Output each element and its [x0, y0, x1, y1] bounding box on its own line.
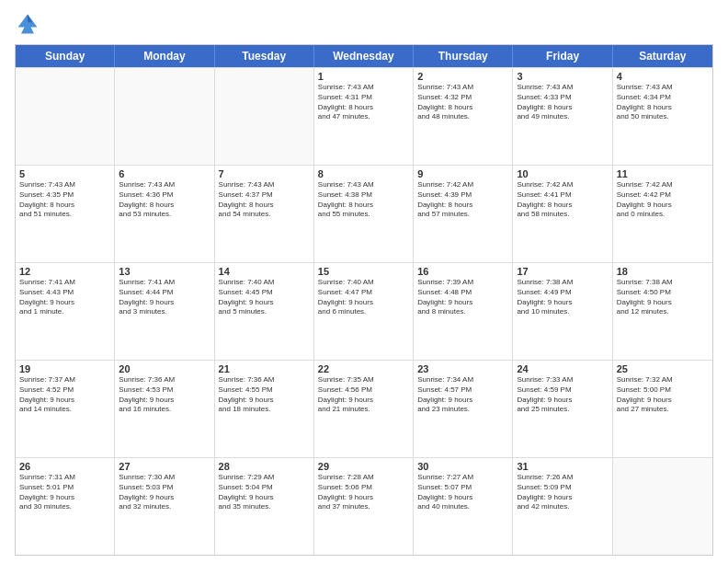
day-info: Sunrise: 7:41 AM Sunset: 4:44 PM Dayligh…: [119, 278, 210, 317]
day-info: Sunrise: 7:43 AM Sunset: 4:34 PM Dayligh…: [617, 83, 709, 122]
day-number: 4: [617, 71, 709, 82]
day-number: 23: [417, 363, 508, 374]
calendar-day-8: 8Sunrise: 7:43 AM Sunset: 4:38 PM Daylig…: [314, 166, 414, 262]
day-number: 3: [517, 71, 608, 82]
day-info: Sunrise: 7:43 AM Sunset: 4:35 PM Dayligh…: [19, 180, 110, 220]
calendar-day-13: 13Sunrise: 7:41 AM Sunset: 4:44 PM Dayli…: [115, 263, 214, 360]
header-day-tuesday: Tuesday: [215, 45, 314, 67]
day-number: 25: [617, 363, 709, 374]
day-number: 6: [119, 168, 210, 179]
logo: [15, 11, 44, 37]
day-number: 31: [517, 461, 608, 472]
day-number: 5: [19, 168, 110, 179]
day-info: Sunrise: 7:38 AM Sunset: 4:49 PM Dayligh…: [517, 278, 608, 317]
day-info: Sunrise: 7:37 AM Sunset: 4:52 PM Dayligh…: [19, 375, 110, 415]
calendar-day-6: 6Sunrise: 7:43 AM Sunset: 4:36 PM Daylig…: [115, 166, 214, 262]
calendar-body: 1Sunrise: 7:43 AM Sunset: 4:31 PM Daylig…: [16, 67, 712, 555]
day-number: 27: [119, 461, 210, 472]
header-day-sunday: Sunday: [16, 45, 115, 67]
calendar-week-1: 1Sunrise: 7:43 AM Sunset: 4:31 PM Daylig…: [16, 67, 712, 165]
day-number: 16: [417, 266, 508, 277]
day-info: Sunrise: 7:43 AM Sunset: 4:32 PM Dayligh…: [417, 83, 508, 122]
header-day-wednesday: Wednesday: [314, 45, 414, 67]
day-number: 17: [517, 266, 608, 277]
day-info: Sunrise: 7:43 AM Sunset: 4:31 PM Dayligh…: [318, 83, 409, 122]
calendar-day-2: 2Sunrise: 7:43 AM Sunset: 4:32 PM Daylig…: [414, 68, 513, 165]
calendar-empty-cell: [16, 68, 115, 165]
calendar-day-19: 19Sunrise: 7:37 AM Sunset: 4:52 PM Dayli…: [16, 361, 115, 457]
calendar-day-17: 17Sunrise: 7:38 AM Sunset: 4:49 PM Dayli…: [513, 263, 612, 360]
calendar-day-18: 18Sunrise: 7:38 AM Sunset: 4:50 PM Dayli…: [613, 263, 712, 360]
day-number: 13: [119, 266, 210, 277]
day-number: 2: [417, 71, 508, 82]
day-info: Sunrise: 7:26 AM Sunset: 5:09 PM Dayligh…: [517, 473, 608, 512]
header-day-saturday: Saturday: [613, 45, 712, 67]
day-info: Sunrise: 7:31 AM Sunset: 5:01 PM Dayligh…: [19, 473, 110, 512]
calendar-week-5: 26Sunrise: 7:31 AM Sunset: 5:01 PM Dayli…: [16, 457, 712, 555]
day-info: Sunrise: 7:29 AM Sunset: 5:04 PM Dayligh…: [219, 473, 310, 512]
calendar-day-11: 11Sunrise: 7:42 AM Sunset: 4:42 PM Dayli…: [613, 166, 712, 262]
calendar-day-20: 20Sunrise: 7:36 AM Sunset: 4:53 PM Dayli…: [115, 361, 214, 457]
calendar-day-23: 23Sunrise: 7:34 AM Sunset: 4:57 PM Dayli…: [414, 361, 513, 457]
calendar-day-3: 3Sunrise: 7:43 AM Sunset: 4:33 PM Daylig…: [513, 68, 612, 165]
header-day-friday: Friday: [513, 45, 612, 67]
day-info: Sunrise: 7:40 AM Sunset: 4:47 PM Dayligh…: [318, 278, 409, 317]
day-info: Sunrise: 7:35 AM Sunset: 4:56 PM Dayligh…: [318, 375, 409, 415]
day-number: 15: [318, 266, 409, 277]
day-number: 7: [219, 168, 310, 179]
calendar-day-9: 9Sunrise: 7:42 AM Sunset: 4:39 PM Daylig…: [414, 166, 513, 262]
day-info: Sunrise: 7:39 AM Sunset: 4:48 PM Dayligh…: [417, 278, 508, 317]
day-number: 14: [219, 266, 310, 277]
day-info: Sunrise: 7:36 AM Sunset: 4:53 PM Dayligh…: [119, 375, 210, 415]
day-info: Sunrise: 7:42 AM Sunset: 4:39 PM Dayligh…: [417, 180, 508, 220]
calendar-day-31: 31Sunrise: 7:26 AM Sunset: 5:09 PM Dayli…: [513, 458, 612, 555]
calendar-day-25: 25Sunrise: 7:32 AM Sunset: 5:00 PM Dayli…: [613, 361, 712, 457]
calendar-day-28: 28Sunrise: 7:29 AM Sunset: 5:04 PM Dayli…: [215, 458, 314, 555]
header: [15, 11, 713, 37]
calendar-day-15: 15Sunrise: 7:40 AM Sunset: 4:47 PM Dayli…: [314, 263, 414, 360]
calendar-week-3: 12Sunrise: 7:41 AM Sunset: 4:43 PM Dayli…: [16, 262, 712, 360]
calendar-day-12: 12Sunrise: 7:41 AM Sunset: 4:43 PM Dayli…: [16, 263, 115, 360]
day-info: Sunrise: 7:34 AM Sunset: 4:57 PM Dayligh…: [417, 375, 508, 415]
calendar-header: SundayMondayTuesdayWednesdayThursdayFrid…: [16, 45, 712, 67]
day-info: Sunrise: 7:32 AM Sunset: 5:00 PM Dayligh…: [617, 375, 709, 415]
day-info: Sunrise: 7:41 AM Sunset: 4:43 PM Dayligh…: [19, 278, 110, 317]
day-info: Sunrise: 7:28 AM Sunset: 5:06 PM Dayligh…: [318, 473, 409, 512]
day-number: 30: [417, 461, 508, 472]
calendar-week-4: 19Sunrise: 7:37 AM Sunset: 4:52 PM Dayli…: [16, 360, 712, 457]
day-info: Sunrise: 7:40 AM Sunset: 4:45 PM Dayligh…: [219, 278, 310, 317]
calendar-empty-cell: [115, 68, 214, 165]
calendar-empty-cell: [215, 68, 314, 165]
calendar-day-14: 14Sunrise: 7:40 AM Sunset: 4:45 PM Dayli…: [215, 263, 314, 360]
day-number: 11: [617, 168, 709, 179]
calendar-day-10: 10Sunrise: 7:42 AM Sunset: 4:41 PM Dayli…: [513, 166, 612, 262]
header-day-thursday: Thursday: [414, 45, 513, 67]
calendar-week-2: 5Sunrise: 7:43 AM Sunset: 4:35 PM Daylig…: [16, 165, 712, 262]
calendar-day-26: 26Sunrise: 7:31 AM Sunset: 5:01 PM Dayli…: [16, 458, 115, 555]
day-info: Sunrise: 7:42 AM Sunset: 4:41 PM Dayligh…: [517, 180, 608, 220]
calendar-day-4: 4Sunrise: 7:43 AM Sunset: 4:34 PM Daylig…: [613, 68, 712, 165]
day-number: 24: [517, 363, 608, 374]
calendar-day-27: 27Sunrise: 7:30 AM Sunset: 5:03 PM Dayli…: [115, 458, 214, 555]
day-info: Sunrise: 7:27 AM Sunset: 5:07 PM Dayligh…: [417, 473, 508, 512]
day-number: 9: [417, 168, 508, 179]
day-number: 20: [119, 363, 210, 374]
page: SundayMondayTuesdayWednesdayThursdayFrid…: [0, 0, 728, 563]
calendar-day-7: 7Sunrise: 7:43 AM Sunset: 4:37 PM Daylig…: [215, 166, 314, 262]
calendar-day-16: 16Sunrise: 7:39 AM Sunset: 4:48 PM Dayli…: [414, 263, 513, 360]
day-info: Sunrise: 7:43 AM Sunset: 4:33 PM Dayligh…: [517, 83, 608, 122]
calendar-day-29: 29Sunrise: 7:28 AM Sunset: 5:06 PM Dayli…: [314, 458, 414, 555]
day-number: 28: [219, 461, 310, 472]
day-number: 29: [318, 461, 409, 472]
day-number: 26: [19, 461, 110, 472]
calendar-day-5: 5Sunrise: 7:43 AM Sunset: 4:35 PM Daylig…: [16, 166, 115, 262]
calendar: SundayMondayTuesdayWednesdayThursdayFrid…: [15, 44, 713, 556]
calendar-day-22: 22Sunrise: 7:35 AM Sunset: 4:56 PM Dayli…: [314, 361, 414, 457]
calendar-day-24: 24Sunrise: 7:33 AM Sunset: 4:59 PM Dayli…: [513, 361, 612, 457]
calendar-empty-cell: [613, 458, 712, 555]
calendar-day-21: 21Sunrise: 7:36 AM Sunset: 4:55 PM Dayli…: [215, 361, 314, 457]
day-info: Sunrise: 7:43 AM Sunset: 4:37 PM Dayligh…: [219, 180, 310, 220]
day-number: 19: [19, 363, 110, 374]
day-number: 10: [517, 168, 608, 179]
day-info: Sunrise: 7:38 AM Sunset: 4:50 PM Dayligh…: [617, 278, 709, 317]
